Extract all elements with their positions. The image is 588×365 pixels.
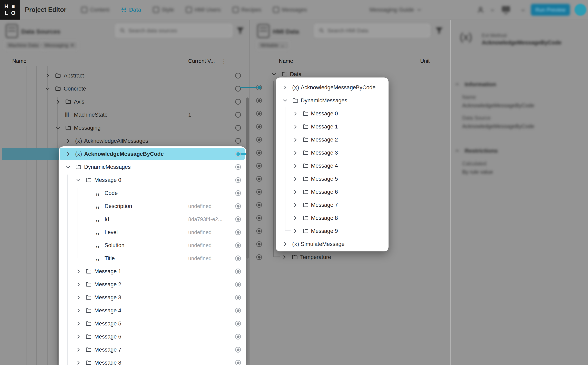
tree-row-message-7[interactable]: Message 7 [276, 199, 389, 211]
column-header-unit[interactable]: Unit [420, 56, 429, 66]
chevron-right-icon[interactable] [293, 176, 298, 182]
tree-row-concrete[interactable]: Concrete [0, 82, 249, 95]
chevron-cell[interactable] [293, 173, 298, 185]
column-menu-icon[interactable]: ⋮ [221, 56, 227, 66]
hmi-row-radio[interactable] [256, 202, 262, 208]
chevron-right-icon[interactable] [76, 360, 81, 365]
chevron-right-icon[interactable] [45, 73, 51, 78]
chevron-cell[interactable] [293, 225, 298, 237]
chevron-cell[interactable] [293, 146, 298, 159]
tree-row-simulatemessage[interactable]: (x)SimulateMessage [276, 238, 389, 250]
tree-row-code[interactable]: ”Code [0, 187, 249, 199]
tree-row-radio[interactable] [235, 112, 241, 118]
chip-remove-icon[interactable]: ✕ [70, 42, 74, 48]
chevron-right-icon[interactable] [76, 269, 81, 274]
chevron-right-icon[interactable] [76, 295, 81, 300]
tree-row-radio[interactable] [235, 203, 241, 209]
chevron-down-icon[interactable] [76, 177, 81, 183]
chevron-right-icon[interactable] [293, 150, 298, 155]
tree-row-radio[interactable] [235, 73, 241, 78]
hmi-data-search-input[interactable]: Search HMI Data [314, 24, 430, 37]
hmi-row-radio[interactable] [256, 137, 262, 142]
column-divider[interactable] [417, 56, 417, 66]
tree-row-radio[interactable] [235, 268, 241, 274]
column-divider[interactable] [185, 56, 185, 66]
tree-row-dynamicmessages[interactable]: DynamicMessages [0, 161, 249, 173]
hmi-row-radio[interactable] [256, 241, 262, 247]
tab-hmi-users[interactable]: HMI Users [186, 7, 221, 13]
tree-row-message-4[interactable]: Message 4 [276, 160, 389, 172]
hmi-row-radio[interactable] [256, 215, 262, 221]
hmi-row-radio[interactable] [256, 150, 262, 156]
tab-style[interactable]: Style [153, 7, 174, 13]
hmi-row-radio[interactable] [256, 228, 262, 234]
chevron-right-icon[interactable] [76, 282, 81, 287]
chevron-right-icon[interactable] [76, 347, 81, 352]
chevron-right-icon[interactable] [282, 85, 288, 90]
tree-row-radio[interactable] [235, 242, 241, 248]
chevron-cell[interactable] [65, 134, 71, 147]
chevron-down-icon[interactable] [65, 164, 71, 170]
hmi-row-radio[interactable] [256, 98, 262, 103]
chevron-cell[interactable] [55, 95, 61, 108]
tab-messages[interactable]: Messages [273, 7, 307, 13]
column-header-name[interactable]: Name [12, 56, 26, 66]
chevron-down-icon[interactable] [282, 98, 288, 103]
column-header-current-value[interactable]: Current V... [188, 56, 215, 66]
tree-row-acknowledgemessagebycode[interactable]: (x)AcknowledgeMessageByCode [276, 81, 389, 94]
chevron-cell[interactable] [76, 357, 81, 365]
chevron-cell[interactable] [282, 81, 288, 94]
run-button[interactable]: Run Preview [531, 4, 570, 16]
chevron-down-icon[interactable] [272, 71, 277, 77]
tree-row-radio[interactable] [235, 321, 241, 326]
tree-row-message-3[interactable]: Message 3 [276, 146, 389, 159]
chevron-right-icon[interactable] [293, 189, 298, 195]
chevron-cell[interactable] [76, 304, 81, 317]
hmi-row-radio[interactable] [256, 176, 262, 182]
tree-row-message-1[interactable]: Message 1 [276, 120, 389, 133]
chevron-cell[interactable] [293, 186, 298, 198]
chevron-cell[interactable] [65, 148, 71, 160]
chevron-right-icon[interactable] [76, 308, 81, 313]
tree-row-message-2[interactable]: Message 2 [0, 278, 249, 291]
tree-row-solution[interactable]: ”Solutionundefined [0, 239, 249, 252]
chevron-right-icon[interactable] [282, 241, 288, 247]
chevron-cell[interactable] [76, 330, 81, 343]
tree-row-machinestate[interactable]: ⅢMachineState1 [0, 108, 249, 121]
filter-chip-messaging[interactable]: Messaging✕ [41, 41, 78, 50]
tree-row-radio[interactable] [235, 177, 241, 183]
tree-row-radio[interactable] [235, 347, 241, 352]
tree-row-title[interactable]: ”Titleundefined [0, 252, 249, 265]
chevron-right-icon[interactable] [293, 163, 298, 168]
chevron-cell[interactable] [65, 161, 71, 173]
tree-row-radio[interactable] [235, 255, 241, 261]
tree-row-message-1[interactable]: Message 1 [0, 265, 249, 278]
chevron-right-icon[interactable] [65, 151, 71, 157]
tab-data[interactable]: Data [121, 7, 141, 13]
chevron-down-icon[interactable] [521, 8, 525, 12]
chevron-down-icon[interactable] [45, 86, 51, 91]
user-avatar[interactable] [574, 4, 586, 16]
tree-row-message-8[interactable]: Message 8 [276, 212, 389, 224]
app-logo-icon[interactable]: H≡LO [0, 0, 20, 20]
tree-row-radio[interactable] [235, 164, 241, 170]
tree-row-acknowledgemessagebycode[interactable]: (x)AcknowledgeMessageByCode [0, 148, 249, 160]
tree-row-message-8[interactable]: Message 8 [0, 357, 249, 365]
chevron-cell[interactable] [76, 278, 81, 291]
chevron-right-icon[interactable] [65, 138, 71, 144]
chevron-right-icon[interactable] [76, 334, 81, 339]
tab-recipes[interactable]: Recipes [232, 7, 261, 13]
tree-row-axis[interactable]: Axis [0, 95, 249, 108]
filter-icon[interactable] [435, 26, 443, 35]
chevron-cell[interactable] [293, 212, 298, 224]
chevron-down-icon[interactable] [55, 125, 61, 131]
tree-row-message-0[interactable]: Message 0 [0, 174, 249, 186]
tree-row-radio[interactable] [235, 151, 241, 157]
tree-row-message-2[interactable]: Message 2 [276, 133, 389, 146]
tree-row-acknowledgeallmessages[interactable]: (x)AcknowledgeAllMessages [0, 134, 249, 147]
left-panel-scrollbar[interactable] [246, 98, 249, 259]
tree-row-radio[interactable] [235, 360, 241, 365]
tree-row-radio[interactable] [235, 282, 241, 287]
tree-row-description[interactable]: ”Descriptionundefined [0, 200, 249, 212]
hmi-row-radio[interactable] [256, 111, 262, 116]
